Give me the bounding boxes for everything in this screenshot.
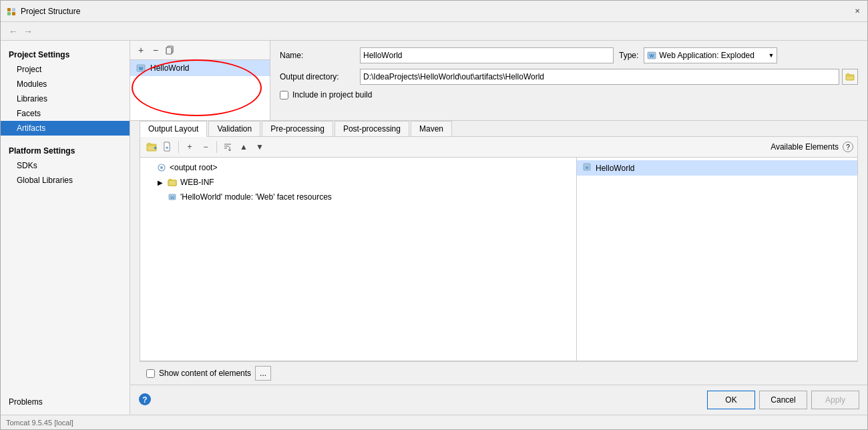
name-input[interactable] [360,47,614,63]
create-dir-button[interactable]: + [144,140,159,154]
left-column: <output root> ▶ [140,158,577,361]
artifact-toolbar: + − [130,41,270,60]
tree-item-label: <output root> [170,163,217,172]
tab-section: Output Layout Validation Pre-processing … [130,121,867,385]
content-columns: <output root> ▶ [140,158,857,361]
remove-element-button[interactable]: − [198,140,213,154]
svg-text:M: M [586,166,589,170]
type-select[interactable]: W Web Application: Exploded ▼ [644,47,777,63]
chevron-down-icon: ▼ [768,52,774,59]
move-down-button[interactable]: ▼ [252,140,267,154]
artifact-item-icon: W [136,63,146,73]
remove-artifact-button[interactable]: − [149,43,162,57]
sidebar-item-global-libraries[interactable]: Global Libraries [1,173,130,188]
svg-rect-10 [846,75,854,80]
available-element-label: HelloWorld [596,164,634,173]
svg-rect-5 [166,47,172,54]
sidebar-item-modules[interactable]: Modules [1,77,130,91]
svg-rect-0 [7,8,11,11]
toolbar-separator [178,141,179,153]
tab-content: + + + − [140,137,858,361]
right-column: M HelloWorld [577,158,857,361]
sidebar-item-sdks[interactable]: SDKs [1,158,130,173]
tab-pre-processing[interactable]: Pre-processing [262,121,333,136]
tabs-row: Output Layout Validation Pre-processing … [140,121,858,137]
help-icon[interactable]: ? [843,142,853,152]
cancel-button[interactable]: Cancel [759,391,807,409]
artifact-list-area: + − [130,41,867,121]
close-button[interactable]: ✕ [853,7,862,16]
inner-toolbar: + + + − [140,137,857,158]
sidebar: Project Settings Project Modules Librari… [1,41,130,415]
sidebar-item-artifacts[interactable]: Artifacts [1,121,130,136]
include-in-build-checkbox[interactable] [280,91,288,99]
add-element-button[interactable]: + [182,140,197,154]
available-element-item[interactable]: M HelloWorld [577,160,857,176]
output-dir-label: Output directory: [280,72,360,81]
add-artifact-button[interactable]: + [134,43,148,57]
apply-button[interactable]: Apply [811,391,859,409]
svg-rect-2 [7,12,11,15]
available-module-icon: M [582,162,592,174]
copy-artifact-button[interactable] [164,43,177,57]
tab-maven[interactable]: Maven [411,121,452,136]
right-panel: + − [130,41,867,415]
tree-item-module-ref[interactable]: W 'HelloWorld' module: 'Web' facet resou… [140,190,576,204]
svg-rect-1 [12,8,15,11]
ellipsis-button[interactable]: ... [255,366,271,381]
sidebar-item-problems[interactable]: Problems [1,391,130,409]
svg-rect-3 [12,12,15,15]
svg-text:?: ? [142,395,147,405]
footer-help-icon[interactable]: ? [138,393,152,408]
type-select-text: Web Application: Exploded [659,51,765,60]
sidebar-item-libraries[interactable]: Libraries [1,91,130,106]
sort-button[interactable] [220,140,235,154]
artifact-item-label: HelloWorld [150,63,189,73]
output-dir-row: Output directory: [280,69,858,85]
svg-text:+: + [154,145,157,152]
detail-panel: Name: Type: W Web Application: Exploded … [270,41,867,120]
toolbar-separator-2 [216,141,217,153]
move-up-button[interactable]: ▲ [236,140,251,154]
footer: ? OK Cancel Apply [130,385,867,415]
add-file-button[interactable]: + [160,140,175,154]
tree-item-label-module: 'HelloWorld' module: 'Web' facet resourc… [180,192,332,202]
svg-rect-20 [168,180,176,186]
sidebar-item-facets[interactable]: Facets [1,106,130,121]
tab-validation[interactable]: Validation [208,121,260,136]
type-label: Type: [619,51,638,60]
ok-button[interactable]: OK [707,391,755,409]
window-title: Project Structure [21,7,853,16]
include-in-build-row: Include in project build [280,90,858,99]
tab-post-processing[interactable]: Post-processing [335,121,409,136]
platform-settings-section: Platform Settings [1,142,130,158]
tab-output-layout[interactable]: Output Layout [140,121,207,137]
no-arrow [156,193,164,201]
project-settings-section: Project Settings [1,46,130,62]
back-button[interactable]: ← [6,26,21,37]
svg-text:W: W [170,196,174,200]
window-icon [6,6,17,17]
title-bar: Project Structure ✕ [1,1,867,22]
show-content-check: Show content of elements [146,369,251,378]
module-ref-icon: W [167,192,178,202]
artifact-list-item[interactable]: W HelloWorld [130,60,270,76]
forward-button[interactable]: → [21,26,35,37]
include-in-build-label: Include in project build [292,90,372,99]
expand-arrow-web-inf[interactable]: ▶ [156,178,164,186]
svg-text:+: + [166,145,169,151]
bottom-bar: Show content of elements ... [140,361,858,385]
sidebar-item-project[interactable]: Project [1,62,130,77]
show-content-checkbox[interactable] [146,369,155,378]
browse-output-dir-button[interactable] [842,69,858,85]
output-root-icon [156,162,167,173]
status-text: Tomcat 9.5.45 [local] [6,419,73,427]
status-bar: Tomcat 9.5.45 [local] [1,415,867,429]
output-dir-input[interactable] [360,69,839,85]
project-structure-dialog: Project Structure ✕ ← → Project Settings… [0,0,868,430]
svg-text:W: W [650,53,654,58]
tree-item-web-inf[interactable]: ▶ WEB-INF [140,175,576,190]
name-row: Name: Type: W Web Application: Exploded … [280,47,858,63]
tree-item-output-root[interactable]: <output root> [140,160,576,175]
window-controls: ✕ [853,7,862,16]
